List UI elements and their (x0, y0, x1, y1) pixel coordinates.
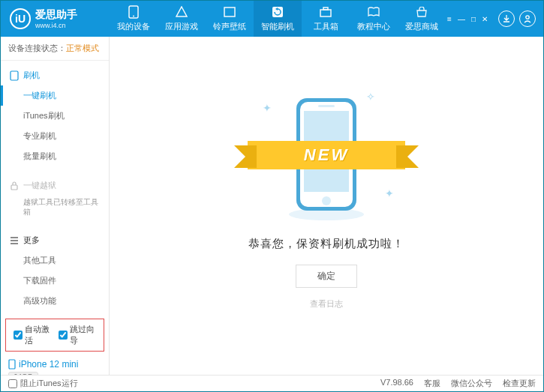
sidebar-item-other-tools[interactable]: 其他工具 (1, 250, 109, 271)
tab-tutorials[interactable]: 教程中心 (350, 1, 398, 37)
main-content: ✦ ✧ ✦ NEW 恭喜您，保资料刷机成功啦！ 确定 查看日志 (110, 37, 543, 375)
version-label: V7.98.66 (380, 378, 413, 389)
logo-area: iU 爱思助手 www.i4.cn (1, 8, 110, 29)
list-icon (10, 237, 19, 244)
device-name-text: iPhone 12 mini (19, 359, 78, 370)
checkbox-input[interactable] (8, 379, 17, 388)
section-label: 更多 (23, 235, 40, 246)
statusbar: 阻止iTunes运行 V7.98.66 客服 微信公众号 检查更新 (1, 375, 543, 391)
view-log-link[interactable]: 查看日志 (310, 298, 343, 310)
app-logo-icon: iU (10, 8, 31, 29)
device-icon (8, 359, 16, 370)
new-ribbon: NEW (248, 141, 405, 169)
tab-label: 铃声壁纸 (213, 21, 246, 32)
checkbox-skip-guide[interactable]: 跳过向导 (59, 324, 96, 346)
app-name: 爱思助手 (35, 8, 77, 22)
wallpaper-icon (223, 5, 236, 19)
close-icon[interactable]: ✕ (482, 15, 488, 23)
sidebar-item-pro-flash[interactable]: 专业刷机 (1, 126, 109, 146)
sidebar-item-advanced[interactable]: 高级功能 (1, 291, 109, 311)
refresh-icon (271, 5, 284, 19)
conn-value: 正常模式 (66, 43, 99, 52)
section-label: 刷机 (23, 70, 40, 81)
support-link[interactable]: 客服 (424, 378, 440, 389)
block-itunes-checkbox[interactable]: 阻止iTunes运行 (8, 378, 78, 389)
user-button[interactable] (519, 10, 536, 27)
svg-point-6 (526, 16, 529, 19)
connection-status: 设备连接状态：正常模式 (1, 37, 109, 61)
tab-label: 智能刷机 (261, 21, 294, 32)
block-itunes-label: 阻止iTunes运行 (20, 378, 78, 389)
lock-icon (10, 181, 19, 190)
checkbox-input[interactable] (14, 331, 23, 340)
svg-rect-7 (11, 71, 18, 80)
tab-label: 应用游戏 (165, 21, 198, 32)
checkbox-input[interactable] (59, 331, 68, 340)
app-url: www.i4.cn (35, 22, 77, 29)
maximize-icon[interactable]: □ (471, 15, 476, 23)
tab-my-device[interactable]: 我的设备 (110, 1, 158, 37)
ok-button[interactable]: 确定 (296, 265, 357, 288)
sidebar-item-download-firmware[interactable]: 下载固件 (1, 271, 109, 291)
minimize-icon[interactable]: — (458, 15, 465, 23)
success-illustration: ✦ ✧ ✦ NEW (255, 87, 398, 222)
svg-rect-15 (318, 105, 335, 107)
device-storage: 64GB (8, 372, 38, 375)
menu-icon[interactable]: ≡ (447, 15, 452, 23)
svg-rect-4 (320, 10, 331, 16)
store-icon (415, 5, 428, 19)
tab-label: 我的设备 (117, 21, 150, 32)
options-row: 自动激活 跳过向导 (5, 319, 104, 352)
checkbox-label: 自动激活 (25, 324, 51, 346)
book-icon (367, 5, 380, 19)
phone-small-icon (10, 70, 19, 81)
svg-rect-5 (323, 7, 328, 10)
tab-toolbox[interactable]: 工具箱 (302, 1, 350, 37)
svg-point-1 (133, 16, 134, 17)
checkbox-label: 跳过向导 (70, 324, 96, 346)
tab-label: 爱思商城 (405, 21, 438, 32)
check-update-link[interactable]: 检查更新 (503, 378, 536, 389)
checkbox-auto-activate[interactable]: 自动激活 (14, 324, 51, 346)
nav-tabs: 我的设备 应用游戏 铃声壁纸 智能刷机 工具箱 教程中心 爱思商城 (110, 1, 447, 37)
tab-ringtones[interactable]: 铃声壁纸 (206, 1, 254, 37)
section-jailbreak: 一键越狱 (1, 175, 109, 196)
tab-apps-games[interactable]: 应用游戏 (158, 1, 206, 37)
section-flash[interactable]: 刷机 (1, 65, 109, 85)
svg-rect-8 (11, 185, 17, 190)
svg-rect-9 (9, 360, 15, 369)
ribbon-text: NEW (248, 141, 405, 169)
wechat-link[interactable]: 微信公众号 (451, 378, 492, 389)
tab-store[interactable]: 爱思商城 (398, 1, 446, 37)
sidebar-item-batch-flash[interactable]: 批量刷机 (1, 146, 109, 166)
section-more[interactable]: 更多 (1, 230, 109, 250)
sidebar-item-oneclick-flash[interactable]: 一键刷机 (1, 85, 109, 106)
svg-point-14 (322, 196, 331, 205)
conn-label: 设备连接状态： (8, 43, 66, 52)
window-controls: ≡ — □ ✕ (447, 15, 488, 23)
svg-rect-2 (224, 7, 235, 16)
jailbreak-note: 越狱工具已转移至工具箱 (1, 196, 109, 221)
section-label: 一键越狱 (23, 180, 56, 191)
tab-label: 教程中心 (357, 21, 390, 32)
download-button[interactable] (498, 10, 515, 27)
apps-icon (175, 5, 188, 19)
phone-icon (127, 5, 140, 19)
tab-smart-flash[interactable]: 智能刷机 (254, 1, 302, 37)
success-message: 恭喜您，保资料刷机成功啦！ (248, 237, 404, 251)
toolbox-icon (319, 5, 332, 19)
sidebar-item-itunes-flash[interactable]: iTunes刷机 (1, 106, 109, 126)
tab-label: 工具箱 (314, 21, 338, 32)
device-info[interactable]: iPhone 12 mini 64GB Down-12mini-13,1 (1, 355, 109, 375)
titlebar: iU 爱思助手 www.i4.cn 我的设备 应用游戏 铃声壁纸 智能刷机 工具… (1, 1, 543, 37)
sidebar: 设备连接状态：正常模式 刷机 一键刷机 iTunes刷机 专业刷机 批量刷机 一… (1, 37, 110, 375)
